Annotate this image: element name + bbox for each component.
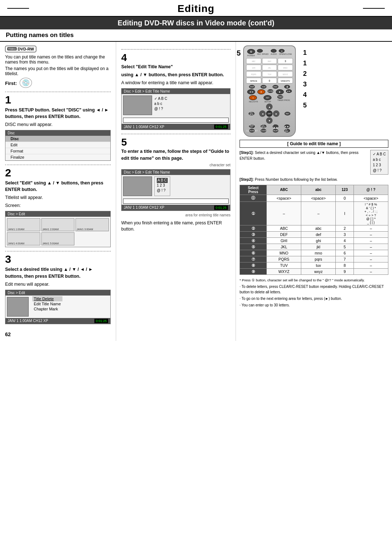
skip-fwd-button[interactable]: ►►| <box>284 125 290 128</box>
rec-otr-button[interactable]: ● <box>249 95 257 100</box>
remote-label-4: 4 <box>303 91 307 99</box>
step5: 5 To enter a title name, follow the step… <box>121 137 230 232</box>
tn-input-area-2[interactable] <box>123 199 229 204</box>
dvd-button[interactable]: DVD <box>273 85 278 89</box>
remote-top-row: ⏻ POWER REC SPEED AUDIO ▲ OPEN/CLOSE <box>246 49 293 57</box>
page-title: Editing <box>177 3 215 14</box>
num-btn-3[interactable]: 3 <box>278 58 293 64</box>
nav-down[interactable]: ▼ <box>266 117 273 124</box>
disc-menu-row-finalize: Finalize <box>5 154 110 160</box>
timer-prog-button[interactable]: TIMER <box>277 95 283 99</box>
step3-heading: Select a desired title using ▲ / ▼ / ◄ /… <box>5 266 111 279</box>
guide-section: [ Guide to edit title name ] ✓ A B C a b… <box>240 140 388 308</box>
shuff-button[interactable]: SHUFF <box>273 129 278 133</box>
disc-edit-detail-titlebar: Disc > Edit <box>5 290 110 296</box>
table-header-abc-lower: abc <box>301 185 336 195</box>
audio-button[interactable] <box>271 49 277 53</box>
rec-speed-button[interactable] <box>257 49 263 53</box>
nav-enter[interactable]: ENT <box>266 110 273 117</box>
edit-menu-title-delete: Title Delete <box>32 296 62 301</box>
menu-list-button[interactable]: MENU LIST <box>249 125 255 128</box>
note-2: · To delete letters, press CLEAR/C-RESET… <box>240 284 388 295</box>
num-btn-5[interactable]: JKL5 <box>262 65 277 70</box>
nav-right[interactable]: ► <box>273 110 279 117</box>
press-0: ⓪ <box>240 195 267 201</box>
table-row: ③ DEF def 3 – <box>240 231 388 237</box>
skip-back-button[interactable]: |◄◄ <box>273 125 278 128</box>
disc-menu-screen: Disc Disc Edit Format Finalize <box>5 130 111 161</box>
setup-button[interactable]: SET <box>264 95 271 100</box>
display-vcr-row: DISP VCR DVD ⏸ <box>246 85 293 89</box>
step5-finish-text: When you finish entering a title name, p… <box>121 220 230 233</box>
note-4: · You can enter up to 30 letters. <box>240 302 388 308</box>
guide-step2-text: Press Number buttons following by the li… <box>255 177 338 182</box>
vcr-button[interactable]: VCR <box>261 85 266 89</box>
press-4: ④ <box>240 237 267 244</box>
remote-label-1a: 1 <box>303 49 307 57</box>
menu-row-btns: MENU LIST TOP MENU |◄◄ ►►| <box>246 125 293 128</box>
guide-step1-label: [Step1]: <box>240 150 254 155</box>
sep-1 <box>5 91 111 92</box>
press-8: ⑧ <box>240 262 267 268</box>
num-btn-0[interactable]: 0 <box>262 78 277 83</box>
zoom-button[interactable]: ZOOM <box>261 129 266 133</box>
step2: 2 Select "Edit" using ▲ / ▼ buttons, the… <box>5 167 111 248</box>
num-btn-8[interactable]: TUV8 <box>262 71 277 77</box>
top-menu-button[interactable]: TOP MENU <box>261 125 266 128</box>
slow-button[interactable]: SLOW <box>268 89 273 93</box>
play-button[interactable]: ► <box>257 89 265 94</box>
cm-skip-button[interactable]: CM SKIP <box>284 129 290 133</box>
sep-4 <box>121 134 230 134</box>
page-number: 62 <box>5 331 111 337</box>
num-btn-2[interactable]: DEF2 <box>262 58 277 64</box>
step2-body2: Screen: <box>5 202 111 209</box>
rec-monitor-button[interactable]: REC MON <box>249 112 254 115</box>
subtitle-text: Editing DVD-RW discs in Video mode (cont… <box>118 19 274 27</box>
remote-section: 5 ⏻ POWER REC SPEED AUDIO <box>243 45 296 137</box>
remote-label-3: 3 <box>303 81 307 88</box>
rewind-button[interactable]: ◄◄ <box>247 89 255 94</box>
edit-menu-chapter-mark: Chapter Mark <box>32 306 62 311</box>
guide-step1: ✓ A B C a b c 1 2 3 @ ! ? [Step1]: Selec… <box>240 150 388 175</box>
step4-heading2: using ▲ / ▼ buttons, then press ENTER bu… <box>121 72 230 78</box>
power-button[interactable]: ⏻ <box>247 49 255 54</box>
clear-reset-button[interactable]: CLEAR/RESET <box>249 129 255 133</box>
tn-input-area-1[interactable] <box>123 118 229 123</box>
nav-left[interactable]: ◄ <box>259 110 266 117</box>
table-row: ⑧ TUV tuv 8 – <box>240 262 388 268</box>
video-tv-button[interactable]: VIDEO/TV <box>278 78 293 83</box>
num-btn-6[interactable]: MNO6 <box>278 65 293 70</box>
sep-2 <box>5 164 111 165</box>
disc-menu-titlebar: Disc <box>5 130 110 136</box>
display-button[interactable]: DISP <box>249 85 255 89</box>
table-row: ⑦ PQRS pqrs 7 – <box>240 256 388 262</box>
edit-title-name-screen-2: Disc > Edit > Edit Title Name A B C 1 2 … <box>121 169 230 211</box>
tn-titlebar-1: Disc > Edit > Edit Title Name <box>122 89 230 94</box>
guide-step2: [Step2]: Press Number buttons following … <box>240 177 388 183</box>
pause-button-top[interactable]: ⏸ <box>284 85 290 89</box>
remote-control: ⏻ POWER REC SPEED AUDIO ▲ OPEN/CLOSE <box>243 45 296 137</box>
step1-body: DISC menu will appear. <box>5 121 111 128</box>
thumb-3: JAN/1 3:00AM <box>75 218 109 231</box>
step4-num: 4 <box>121 52 230 64</box>
press-1: ① <box>240 201 267 225</box>
tn-preview-1 <box>123 95 152 115</box>
num-btn-space[interactable]: SPACE <box>246 78 261 83</box>
section-title: Putting names on titles <box>0 29 392 42</box>
return-button[interactable]: RET <box>285 112 290 115</box>
ff-button[interactable]: ►► <box>286 89 292 93</box>
open-close-button[interactable]: ▲ <box>279 49 285 53</box>
stop-button[interactable]: ■ <box>276 89 284 94</box>
table-header-select: SelectPress <box>240 185 267 195</box>
edit-menu-edit-title-name: Edit Title Name <box>32 301 62 306</box>
num-btn-7[interactable]: PQRS7 <box>246 71 261 77</box>
step5-heading: To enter a title name, follow the steps … <box>121 148 230 161</box>
table-row: ⑤ JKL jkl 5 – <box>240 244 388 250</box>
num-btn-9[interactable]: WXYZ9 <box>278 71 293 77</box>
step3-body: Edit menu will appear. <box>5 281 111 288</box>
num-btn-1[interactable]: ABC1 <box>246 58 261 64</box>
num-btn-4[interactable]: GHI4 <box>246 65 261 70</box>
nav-up[interactable]: ▲ <box>266 103 273 110</box>
disc-icon: 💿 <box>20 78 32 88</box>
table-row: ⑨ WXYZ wxyz 9 – <box>240 268 388 274</box>
